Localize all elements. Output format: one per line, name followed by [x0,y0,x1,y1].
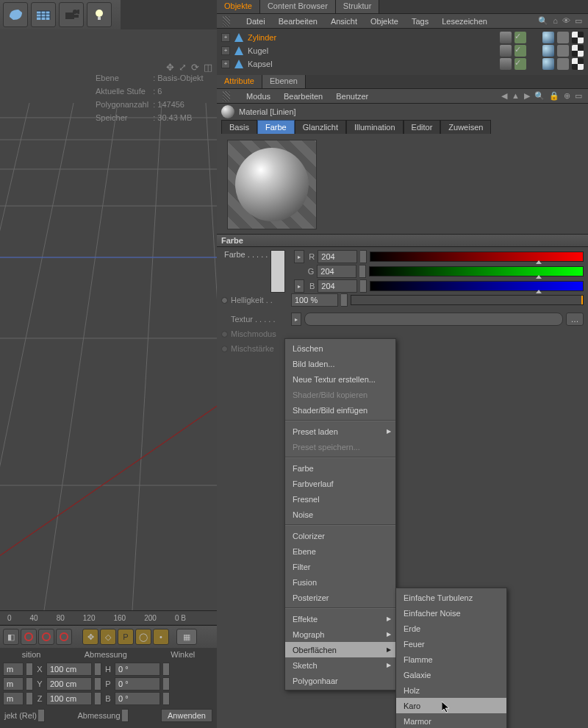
timeline-ruler[interactable]: 040801201602000 B [0,610,224,624]
channel-tab-editor[interactable]: Editor [404,120,441,134]
pla-tool-icon[interactable]: • [153,629,169,645]
expand-icon[interactable]: + [221,60,230,68]
menu-item-sketch[interactable]: Sketch▶ [285,657,395,673]
texture-field[interactable] [304,313,563,326]
move-tool-icon[interactable]: ✥ [82,629,98,645]
spinner-icon[interactable] [163,692,170,705]
minimize-icon[interactable]: ▭ [575,91,582,101]
slider-b[interactable] [370,281,584,291]
slider-r[interactable] [370,251,584,262]
spinner-icon[interactable] [360,250,367,263]
material-tag-icon[interactable] [572,45,584,57]
spinner-icon[interactable] [341,293,348,307]
minimize-icon[interactable]: ▭ [575,16,582,26]
lock-icon[interactable]: 🔒 [549,91,559,101]
menu-item-feuer[interactable]: Feuer [396,636,506,652]
menu-datei[interactable]: Datei [246,17,265,26]
vis-render-icon[interactable]: ✓ [514,45,526,57]
channel-tab-illumination[interactable]: Illumination [346,120,404,134]
tool-icon-light[interactable] [87,2,112,27]
tool-icon-primitive[interactable] [3,2,28,27]
spinner-icon[interactable] [95,663,101,676]
anim-dot-icon[interactable] [221,297,228,304]
footer-mode[interactable]: jekt (Rel) [4,711,37,720]
channel-tab-zuweisen[interactable]: Zuweisen [440,120,491,134]
vis-editor-icon[interactable] [500,58,512,70]
menu-benutzer[interactable]: Benutzer [336,92,368,101]
tab-content-browser[interactable]: Content Browser [260,0,336,13]
tab-struktur[interactable]: Struktur [336,0,380,13]
tool-icon-camera[interactable] [59,2,84,27]
timeline-tick-icon[interactable]: ◧ [3,629,19,645]
menu-item-farbe[interactable]: Farbe [285,460,395,476]
menu-item-einfache-turbulenz[interactable]: Einfache Turbulenz [396,590,506,605]
spinner-icon[interactable] [359,265,366,278]
spinner-icon[interactable] [26,677,33,690]
spinner-icon[interactable] [95,677,101,690]
menu-item-flamme[interactable]: Flamme [396,652,506,667]
menu-item-fresnel[interactable]: Fresnel [285,491,395,507]
menu-item-neue-textur-erstellen-[interactable]: Neue Textur erstellen... [285,371,395,387]
menu-lesezeichen[interactable]: Lesezeichen [442,17,487,26]
menu-bearbeiten[interactable]: Bearbeiten [279,17,318,26]
search-icon[interactable]: 🔍 [534,91,545,101]
film-icon[interactable]: ▦ [176,629,197,645]
tool-icon-grid[interactable] [31,2,56,27]
menu-item-ebene[interactable]: Ebene [285,543,395,559]
channel-tab-basis[interactable]: Basis [221,120,257,134]
spinner-icon[interactable] [360,279,367,293]
menu-item-karo[interactable]: Karo [396,698,506,713]
param-tool-icon[interactable]: ◯ [135,629,151,645]
forward-icon[interactable]: ▶ [524,91,530,101]
field-pos-unit[interactable]: m [3,677,24,690]
object-name[interactable]: Kapsel [248,60,284,68]
menu-item-fusion[interactable]: Fusion [285,574,395,590]
field-dim[interactable]: 200 cm [46,677,92,690]
menu-item-polygonhaar[interactable]: Polygonhaar [285,673,395,688]
spinner-icon[interactable] [163,663,170,676]
color-swatch[interactable] [270,250,285,293]
vis-editor-icon[interactable] [500,32,512,43]
grip-icon[interactable] [223,91,230,101]
apply-button[interactable]: Anwenden [161,709,212,722]
object-name[interactable]: Kugel [248,46,284,55]
menu-item-shader-bild-einf-gen[interactable]: Shader/Bild einfügen [285,402,395,418]
menu-item-effekte[interactable]: Effekte▶ [285,611,395,627]
menu-objekte[interactable]: Objekte [370,17,398,26]
chevron-right-icon[interactable]: ▸ [291,313,301,326]
menu-item-preset-laden[interactable]: Preset laden▶ [285,424,395,439]
expand-icon[interactable]: + [221,46,230,55]
material-preview[interactable] [227,140,317,229]
menu-item-filter[interactable]: Filter [285,559,395,574]
menu-item-noise[interactable]: Noise [285,507,395,522]
spinner-icon[interactable] [95,692,101,705]
menu-item-colorizer[interactable]: Colorizer [285,528,395,543]
vis-render-icon[interactable]: ✓ [514,58,526,70]
tab-objekte[interactable]: Objekte [217,0,260,13]
field-dim[interactable]: 100 cm [46,663,92,676]
field-ang[interactable]: 0 ° [115,677,160,690]
browse-button[interactable]: … [566,313,584,326]
tab-attribute[interactable]: Attribute [217,75,262,88]
spinner-icon[interactable] [122,709,129,722]
menu-item-oberfl-chen[interactable]: Oberflächen▶ [285,642,395,657]
record-icon[interactable] [21,629,37,645]
menu-ansicht[interactable]: Ansicht [331,17,357,26]
field-r[interactable]: 204 [318,250,357,263]
field-dim[interactable]: 100 cm [46,692,92,705]
channel-tab-glanzlicht[interactable]: Glanzlicht [295,120,346,134]
spinner-icon[interactable] [38,709,45,722]
spinner-icon[interactable] [163,677,170,690]
field-g[interactable]: 204 [317,265,356,278]
back-icon[interactable]: ◀ [501,91,507,101]
menu-item-marmor[interactable]: Marmor [396,713,506,728]
menu-item-einfacher-noise[interactable]: Einfacher Noise [396,605,506,621]
tex-tag-icon[interactable] [557,58,569,70]
new-icon[interactable]: ⊕ [564,91,570,101]
slider-g[interactable] [369,266,584,276]
grip-icon[interactable] [223,16,230,26]
up-icon[interactable]: ▲ [512,91,520,101]
menu-item-bild-laden-[interactable]: Bild laden... [285,356,395,371]
menu-item-erde[interactable]: Erde [396,621,506,636]
tex-tag-icon[interactable] [557,32,569,43]
